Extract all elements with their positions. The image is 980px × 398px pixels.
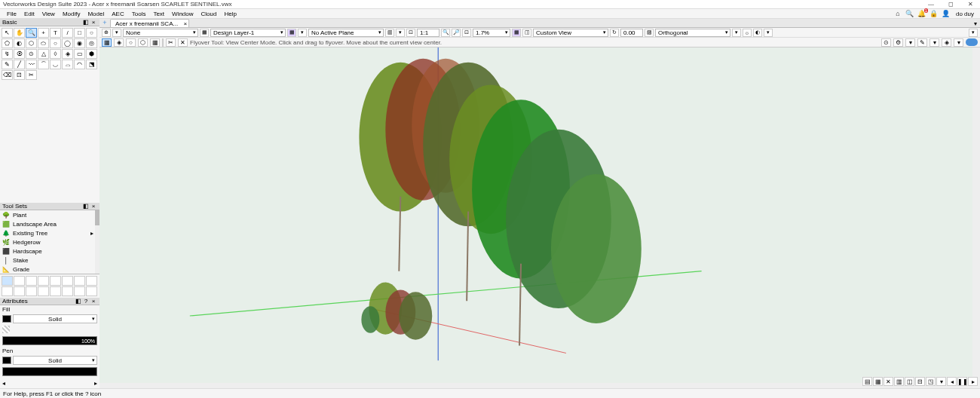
mode-2-button[interactable]: ◈ <box>114 38 124 47</box>
cube-icon[interactable]: ◳ <box>926 377 936 386</box>
zoom-in-icon[interactable]: 🔍 <box>441 29 450 37</box>
menu-text[interactable]: Text <box>149 11 168 17</box>
toolset-subtool-13[interactable] <box>62 286 73 296</box>
basic-tool-4[interactable]: T <box>50 28 61 38</box>
basic-tool-10[interactable]: ⬡ <box>26 38 37 48</box>
toolset-subtool-15[interactable] <box>86 286 97 296</box>
basic-tool-9[interactable]: ◐ <box>14 38 25 48</box>
add-document-button[interactable]: + <box>100 18 110 27</box>
plane-toggle-icon[interactable]: ▾ <box>298 29 307 37</box>
scale-icon[interactable]: ⊡ <box>406 29 415 37</box>
basic-tool-7[interactable]: ○ <box>86 28 97 38</box>
minimize-button[interactable]: — <box>921 0 941 9</box>
view-dropdown[interactable]: Custom View <box>533 29 608 37</box>
toolset-item-grade[interactable]: 📐Grade <box>0 265 100 274</box>
panel-close-icon[interactable]: × <box>90 203 97 210</box>
menu-tools[interactable]: Tools <box>128 11 150 17</box>
view-cube-icon[interactable]: ◫ <box>522 29 531 37</box>
basic-tool-24[interactable]: ✎ <box>2 60 13 69</box>
menu-file[interactable]: File <box>3 11 20 17</box>
panel-undock-icon[interactable]: ◧ <box>82 19 90 26</box>
search-icon[interactable]: 🔍 <box>905 9 915 18</box>
basic-tool-32[interactable]: ⌫ <box>2 70 13 80</box>
zoom-fit-icon[interactable]: ⊡ <box>462 29 471 37</box>
basic-tool-23[interactable]: ⬢ <box>86 49 97 59</box>
horizontal-scrollbar[interactable] <box>100 383 972 388</box>
basic-tool-26[interactable]: 〰 <box>26 60 37 69</box>
panel-undock-icon[interactable]: ◧ <box>75 298 82 305</box>
menu-aec[interactable]: AEC <box>108 11 127 17</box>
toolset-subtool-14[interactable] <box>74 286 85 296</box>
basic-tool-34[interactable]: ✂ <box>26 70 37 80</box>
plane-dropdown[interactable]: No Active Plane <box>308 29 384 37</box>
menu-view[interactable]: View <box>38 11 59 17</box>
toolset-subtool-2[interactable] <box>26 276 37 286</box>
toolset-subtool-9[interactable] <box>14 286 25 296</box>
basic-tool-17[interactable]: ⦿ <box>14 49 25 59</box>
chevron-right-icon[interactable]: ▸ <box>94 380 97 387</box>
rot2-icon[interactable]: ▾ <box>732 29 741 37</box>
fill-pattern-swatch[interactable] <box>2 326 10 333</box>
document-tab[interactable]: Acer x freemanii SCA... × <box>110 19 189 27</box>
menu-modify[interactable]: Modify <box>59 11 84 17</box>
scale-field[interactable]: 1:1 <box>417 29 439 37</box>
fill-opacity-slider[interactable]: 100% <box>2 336 97 345</box>
quick-pref-toggle[interactable] <box>966 38 978 46</box>
toolset-subtool-3[interactable] <box>38 276 49 286</box>
basic-tool-2[interactable]: 🔍 <box>26 28 37 38</box>
prev-view-icon[interactable]: ◂ <box>947 377 957 386</box>
user-name[interactable]: do duy <box>953 11 977 17</box>
lock-icon[interactable]: 🔒 <box>929 9 939 18</box>
zoom-dropdown[interactable]: 1.7% <box>473 29 510 37</box>
pan-icon[interactable]: ▥ <box>894 377 904 386</box>
basic-tool-25[interactable]: ╱ <box>14 60 25 69</box>
basic-tool-30[interactable]: ◠ <box>74 60 85 69</box>
basic-tool-20[interactable]: ◊ <box>50 49 61 59</box>
basic-tool-18[interactable]: ⊙ <box>26 49 37 59</box>
basic-tool-16[interactable]: ↯ <box>2 49 13 59</box>
fill-color-swatch[interactable] <box>2 315 11 323</box>
menu-window[interactable]: Window <box>168 11 197 17</box>
home-icon[interactable]: ⌂ <box>893 9 903 18</box>
chevron-left-icon[interactable]: ◂ <box>2 380 5 387</box>
orbit-icon[interactable]: ✕ <box>884 377 893 386</box>
extra2-icon[interactable]: ◈ <box>942 38 951 47</box>
menu-cloud[interactable]: Cloud <box>198 11 221 17</box>
panel-close-icon[interactable]: × <box>90 298 97 305</box>
mode-4-button[interactable]: ⬡ <box>138 38 148 47</box>
user-icon[interactable]: 👤 <box>941 9 951 18</box>
gear-icon[interactable]: ⚙ <box>893 38 903 47</box>
light-icon[interactable]: ☼ <box>743 29 752 37</box>
toolset-subtool-12[interactable] <box>50 286 61 296</box>
basic-tool-12[interactable]: ○ <box>50 38 61 48</box>
basic-tool-3[interactable]: + <box>38 28 49 38</box>
toolset-item-hedgerow[interactable]: 🌿Hedgerow <box>0 237 100 246</box>
toolset-item-existing-tree[interactable]: 🌲Existing Tree▸ <box>0 228 100 237</box>
basic-tool-22[interactable]: ▭ <box>74 49 85 59</box>
shadow-icon[interactable]: ◐ <box>753 29 762 37</box>
extra2-toggle-icon[interactable]: ▾ <box>954 38 963 47</box>
basic-tool-21[interactable]: ◈ <box>62 49 73 59</box>
toolset-item-landscape-area[interactable]: 🟩Landscape Area <box>0 219 100 228</box>
basic-tool-15[interactable]: ◎ <box>86 38 97 48</box>
snap-icon[interactable]: ⊙ <box>881 38 891 47</box>
menu-edit[interactable]: Edit <box>20 11 38 17</box>
basic-tool-29[interactable]: ⌓ <box>62 60 73 69</box>
toolset-subtool-8[interactable] <box>2 286 13 296</box>
plane-mode-icon[interactable]: ▦ <box>287 29 296 37</box>
toolset-subtool-6[interactable] <box>74 276 85 286</box>
toolset-subtool-0[interactable] <box>2 276 13 286</box>
basic-tool-6[interactable]: □ <box>74 28 85 38</box>
pen-mode-dropdown[interactable]: Solid <box>13 356 97 365</box>
split-h-icon[interactable]: ◫ <box>905 377 914 386</box>
panel-help-icon[interactable]: ? <box>82 298 90 305</box>
next-view-icon[interactable]: ▸ <box>968 377 978 386</box>
snap-toggle-icon[interactable]: ▾ <box>905 38 915 47</box>
rotation-field[interactable]: 0.00 <box>620 29 643 37</box>
show-grid-icon[interactable]: ▦ <box>873 377 883 386</box>
fit-icon[interactable]: ⊕ <box>102 29 111 37</box>
vertical-scrollbar[interactable] <box>972 47 980 383</box>
mode-pref-button[interactable]: ✂ <box>166 38 176 47</box>
projection-dropdown[interactable]: Orthogonal <box>655 29 730 37</box>
toolset-subtool-11[interactable] <box>38 286 49 296</box>
